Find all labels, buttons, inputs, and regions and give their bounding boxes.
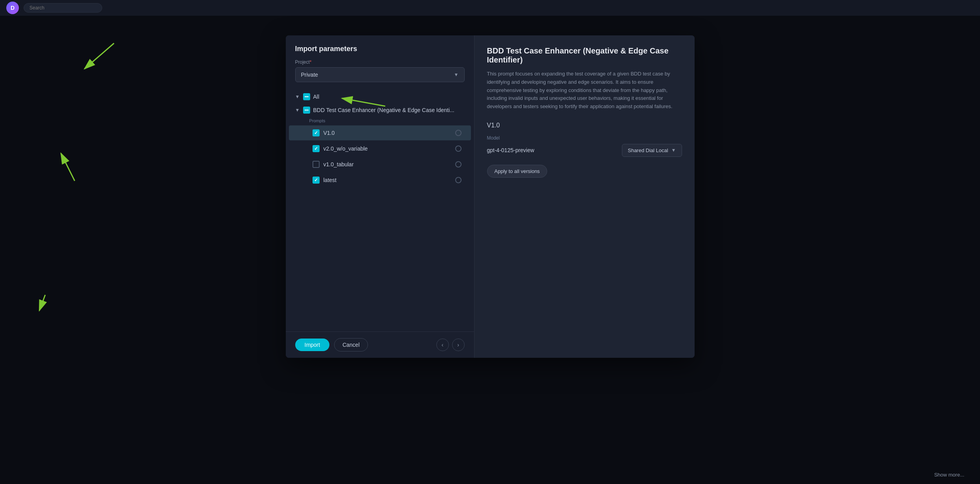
model-dropdown-label: Shared Dial Local [628, 147, 668, 153]
v3-checkbox[interactable] [313, 161, 320, 168]
prompt-group: ▼ BDD Test Case Enhancer (Negative & Edg… [286, 103, 474, 188]
app-logo: D [6, 2, 19, 14]
v3-radio[interactable] [455, 161, 462, 167]
tree-section: ▼ All ▼ BDD Test Case Enhancer (Negative… [286, 90, 474, 331]
bottom-actions: Import Cancel ‹ › [286, 331, 474, 358]
search-input[interactable] [24, 3, 102, 13]
v2-label: v2.0_w/o_variable [324, 145, 451, 152]
model-row: gpt-4-0125-preview Shared Dial Local ▼ [487, 144, 682, 157]
chevron-down-icon: ▼ [671, 147, 676, 153]
version-item-v4[interactable]: latest [289, 173, 471, 188]
v1-label: V1.0 [324, 130, 451, 136]
prompts-label: Prompts [286, 117, 474, 125]
project-dropdown[interactable]: Private ▼ [295, 67, 465, 82]
right-panel: BDD Test Case Enhancer (Negative & Edge … [474, 35, 695, 358]
v1-checkbox[interactable] [313, 129, 320, 136]
apply-all-versions-button[interactable]: Apply to all versions [487, 165, 548, 178]
nav-arrows: ‹ › [436, 339, 465, 351]
version-item-v3[interactable]: v1.0_tabular [289, 157, 471, 172]
next-arrow[interactable]: › [452, 339, 465, 351]
version-item-v1[interactable]: V1.0 [289, 125, 471, 140]
modal-container: Import parameters Project* Private ▼ ▼ A… [286, 35, 695, 358]
v4-radio[interactable] [455, 177, 462, 183]
show-more-link[interactable]: Show more... [934, 472, 964, 478]
project-value: Private [301, 72, 318, 78]
model-dropdown[interactable]: Shared Dial Local ▼ [622, 144, 682, 157]
chevron-icon: ▼ [295, 107, 300, 113]
version-section-title: V1.0 [487, 122, 682, 129]
chevron-down-icon: ▼ [454, 72, 459, 77]
cancel-button[interactable]: Cancel [334, 338, 368, 351]
detail-description: This prompt focuses on expanding the tes… [487, 70, 676, 111]
model-label: Model [487, 135, 682, 141]
v4-checkbox[interactable] [313, 177, 320, 184]
v1-radio[interactable] [455, 130, 462, 136]
prompt-group-name: BDD Test Case Enhancer (Negative & Edge … [313, 107, 454, 113]
modal-overlay: Import parameters Project* Private ▼ ▼ A… [0, 16, 980, 484]
prompt-group-checkbox[interactable] [303, 107, 310, 114]
import-button[interactable]: Import [295, 339, 330, 351]
all-checkbox[interactable] [303, 93, 310, 100]
model-value: gpt-4-0125-preview [487, 147, 616, 153]
chevron-icon: ▼ [295, 94, 300, 99]
tree-item-all[interactable]: ▼ All [286, 90, 474, 103]
all-label: All [313, 94, 320, 100]
detail-title: BDD Test Case Enhancer (Negative & Edge … [487, 46, 682, 64]
left-panel: Import parameters Project* Private ▼ ▼ A… [286, 35, 474, 358]
v3-label: v1.0_tabular [324, 161, 451, 167]
v2-radio[interactable] [455, 145, 462, 152]
prev-arrow[interactable]: ‹ [436, 339, 449, 351]
version-item-v2[interactable]: v2.0_w/o_variable [289, 141, 471, 156]
prompt-header[interactable]: ▼ BDD Test Case Enhancer (Negative & Edg… [286, 103, 474, 117]
v2-checkbox[interactable] [313, 145, 320, 152]
panel-title: Import parameters [286, 45, 474, 59]
app-topbar: D [0, 0, 980, 16]
project-label: Project* [286, 59, 474, 67]
v4-label: latest [324, 177, 451, 183]
